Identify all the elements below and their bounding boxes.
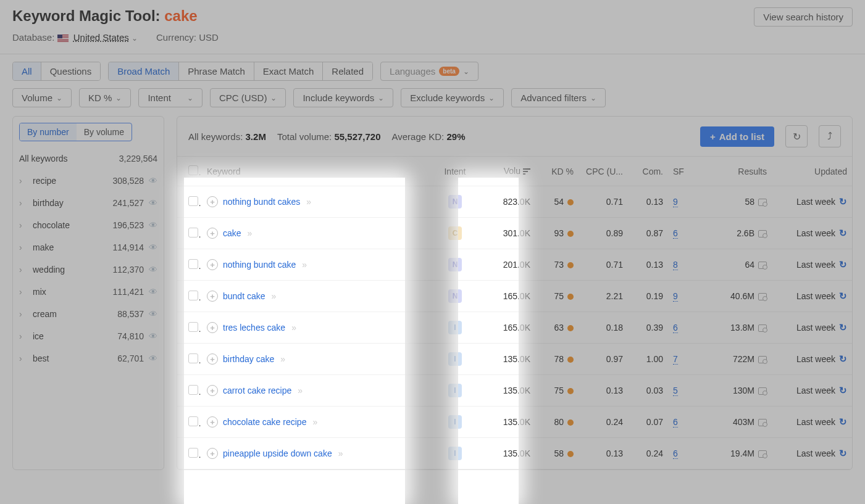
add-keyword-icon[interactable]: + [207, 448, 218, 459]
filter-volume[interactable]: Volume⌄ [12, 88, 72, 107]
tab-broad-match[interactable]: Broad Match [109, 62, 179, 80]
col-sf[interactable]: SF [668, 157, 698, 186]
row-refresh-icon[interactable]: ↻ [839, 291, 847, 301]
col-keyword[interactable]: Keyword [202, 157, 433, 186]
filter-advanced[interactable]: Advanced filters⌄ [511, 88, 606, 107]
row-checkbox[interactable] [188, 385, 198, 395]
double-chevron-icon[interactable]: » [298, 386, 303, 395]
serp-features-link[interactable]: 9 [673, 291, 678, 302]
eye-icon[interactable]: 👁 [149, 220, 157, 230]
database-selector[interactable]: Database: United States ⌄ [12, 32, 138, 43]
double-chevron-icon[interactable]: » [248, 228, 253, 238]
seg-by-number[interactable]: By number [20, 123, 77, 141]
serp-snapshot-icon[interactable] [758, 450, 767, 458]
serp-snapshot-icon[interactable] [758, 324, 767, 332]
serp-snapshot-icon[interactable] [758, 293, 767, 300]
currency-selector[interactable]: Currency: USD [156, 32, 219, 43]
row-checkbox[interactable] [188, 196, 198, 206]
filter-kd[interactable]: KD %⌄ [79, 88, 131, 107]
tab-all[interactable]: All [13, 62, 41, 80]
sidebar-item-ice[interactable]: ›ice74,810👁 [13, 325, 164, 347]
col-updated[interactable]: Updated [772, 157, 852, 186]
keyword-link[interactable]: tres leches cake [223, 323, 285, 333]
tab-questions[interactable]: Questions [41, 62, 101, 80]
col-kd[interactable]: KD % [535, 157, 579, 186]
sidebar-all-keywords[interactable]: All keywords 3,229,564 [13, 147, 164, 170]
serp-snapshot-icon[interactable] [758, 419, 767, 426]
row-refresh-icon[interactable]: ↻ [839, 385, 847, 395]
filter-cpc[interactable]: CPC (USD)⌄ [210, 88, 286, 107]
serp-features-link[interactable]: 6 [673, 323, 678, 333]
serp-features-link[interactable]: 6 [673, 417, 678, 428]
double-chevron-icon[interactable]: » [306, 197, 311, 207]
select-all-checkbox[interactable] [188, 165, 198, 175]
filter-include[interactable]: Include keywords⌄ [293, 88, 393, 107]
serp-features-link[interactable]: 7 [673, 354, 678, 365]
eye-icon[interactable]: 👁 [149, 287, 157, 297]
row-checkbox[interactable] [188, 322, 198, 332]
col-cpc[interactable]: CPC (U... [579, 157, 628, 186]
add-keyword-icon[interactable]: + [207, 385, 218, 396]
row-checkbox[interactable] [188, 291, 198, 300]
col-volume[interactable]: Volu [477, 157, 535, 186]
sidebar-item-recipe[interactable]: ›recipe308,528👁 [13, 170, 164, 192]
row-refresh-icon[interactable]: ↻ [839, 416, 847, 427]
sidebar-item-make[interactable]: ›make114,914👁 [13, 236, 164, 258]
double-chevron-icon[interactable]: » [272, 291, 277, 301]
keyword-link[interactable]: carrot cake recipe [223, 386, 291, 395]
keyword-link[interactable]: cake [223, 228, 241, 238]
keyword-link[interactable]: bundt cake [223, 291, 265, 301]
tab-exact-match[interactable]: Exact Match [254, 62, 324, 80]
row-refresh-icon[interactable]: ↻ [839, 196, 847, 207]
add-keyword-icon[interactable]: + [207, 259, 218, 270]
row-checkbox[interactable] [188, 228, 198, 238]
row-refresh-icon[interactable]: ↻ [839, 353, 847, 364]
double-chevron-icon[interactable]: » [302, 260, 307, 270]
serp-features-link[interactable]: 6 [673, 228, 678, 239]
keyword-link[interactable]: chocolate cake recipe [223, 417, 306, 427]
eye-icon[interactable]: 👁 [149, 309, 157, 319]
add-keyword-icon[interactable]: + [207, 291, 218, 302]
eye-icon[interactable]: 👁 [149, 331, 157, 341]
add-keyword-icon[interactable]: + [207, 228, 218, 239]
sidebar-item-best[interactable]: ›best62,701👁 [13, 347, 164, 370]
add-keyword-icon[interactable]: + [207, 196, 218, 207]
col-results[interactable]: Results [698, 157, 772, 186]
row-checkbox[interactable] [188, 353, 198, 363]
keyword-link[interactable]: nothing bundt cakes [223, 197, 300, 207]
sidebar-item-mix[interactable]: ›mix111,421👁 [13, 281, 164, 303]
double-chevron-icon[interactable]: » [291, 323, 296, 333]
eye-icon[interactable]: 👁 [149, 198, 157, 208]
keyword-link[interactable]: birthday cake [223, 354, 274, 364]
tab-related[interactable]: Related [323, 62, 372, 80]
languages-button[interactable]: Languages beta ⌄ [380, 62, 478, 81]
row-refresh-icon[interactable]: ↻ [839, 259, 847, 270]
serp-snapshot-icon[interactable] [758, 262, 767, 269]
row-checkbox[interactable] [188, 259, 198, 269]
eye-icon[interactable]: 👁 [149, 353, 157, 363]
serp-snapshot-icon[interactable] [758, 356, 767, 363]
row-checkbox[interactable] [188, 416, 198, 426]
eye-icon[interactable]: 👁 [149, 176, 157, 186]
refresh-button[interactable]: ↻ [785, 125, 808, 147]
add-to-list-button[interactable]: +Add to list [700, 126, 774, 147]
serp-snapshot-icon[interactable] [758, 230, 767, 238]
seg-by-volume[interactable]: By volume [77, 123, 132, 141]
double-chevron-icon[interactable]: » [280, 354, 285, 364]
filter-exclude[interactable]: Exclude keywords⌄ [401, 88, 504, 107]
view-search-history-button[interactable]: View search history [754, 7, 853, 27]
sidebar-item-birthday[interactable]: ›birthday241,527👁 [13, 192, 164, 214]
eye-icon[interactable]: 👁 [149, 242, 157, 252]
col-intent[interactable]: Intent [433, 157, 477, 186]
filter-intent[interactable]: Intent⌄ [138, 88, 203, 107]
database-value[interactable]: United States [73, 32, 129, 43]
add-keyword-icon[interactable]: + [207, 416, 218, 428]
serp-features-link[interactable]: 8 [673, 260, 678, 270]
double-chevron-icon[interactable]: » [312, 417, 317, 427]
sidebar-item-cream[interactable]: ›cream88,537👁 [13, 303, 164, 325]
eye-icon[interactable]: 👁 [149, 265, 157, 275]
row-checkbox[interactable] [188, 448, 198, 458]
keyword-link[interactable]: pineapple upside down cake [223, 448, 332, 458]
double-chevron-icon[interactable]: » [338, 448, 343, 458]
serp-snapshot-icon[interactable] [758, 199, 767, 206]
